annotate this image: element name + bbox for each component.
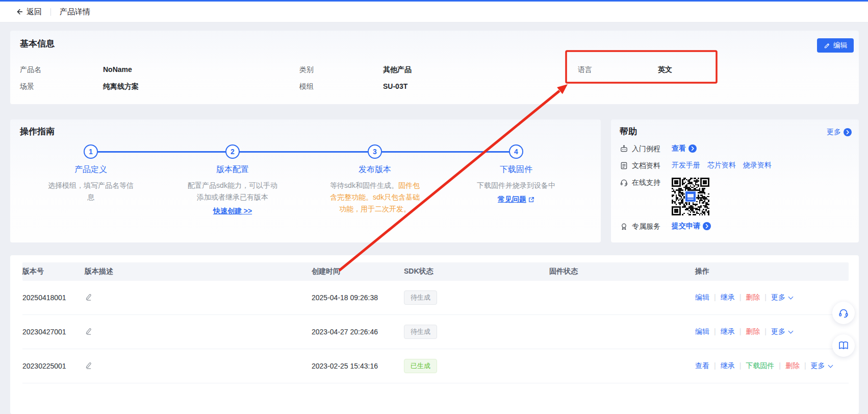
basic-info-title: 基本信息 — [20, 38, 55, 50]
table-row: 20230427001 2023-04-27 20:26:46 待生成 编辑|继… — [22, 315, 849, 349]
col-sdk-status: SDK状态 — [404, 267, 549, 276]
guide-card: 操作指南 1 2 3 4 产品定义 选择模组，填写产品名等信息 版本配置 配置产… — [10, 119, 601, 242]
divider — [50, 8, 51, 16]
col-created: 创建时间 — [312, 267, 404, 276]
action-more[interactable]: 更多 — [771, 293, 793, 301]
chevron-down-icon — [788, 295, 793, 300]
product-name-value: NoName — [103, 65, 132, 74]
edit-button-label: 编辑 — [833, 41, 847, 50]
burn-docs-link[interactable]: 烧录资料 — [743, 161, 772, 170]
help-card: 帮助 更多 入门例程 查看 文档资料 开发手册 芯片资料 烧录资料 — [611, 119, 859, 242]
step-title: 发布版本 — [324, 164, 426, 175]
step-desc: 下载固件并烧录到设备中 — [471, 180, 561, 191]
circle-arrow-icon — [844, 128, 852, 136]
actions-cell: 编辑|继承|删除|更多 — [695, 327, 849, 336]
sdk-status-badge: 待生成 — [404, 290, 437, 305]
step-download-firmware: 下载固件 下载固件并烧录到设备中 常见问题 — [465, 164, 567, 204]
product-detail-page: 返回 产品详情 基本信息 编辑 产品名 NoName 类别 其他产品 语言 英文… — [0, 0, 868, 414]
action-delete[interactable]: 删除 — [785, 361, 800, 370]
edit-description-icon[interactable] — [85, 327, 92, 335]
help-row-support: 在线支持 — [620, 178, 850, 215]
table-row: 20230225001 2023-02-25 15:43:16 已生成 查看|继… — [22, 349, 849, 383]
step-title: 版本配置 — [182, 164, 284, 175]
page-title: 产品详情 — [60, 7, 90, 17]
action-separator: | — [764, 327, 767, 335]
created-cell: 2025-04-18 09:26:38 — [312, 294, 404, 302]
help-more-link[interactable]: 更多 — [827, 128, 852, 137]
help-row-examples: 入门例程 查看 — [620, 144, 850, 154]
product-name-label: 产品名 — [20, 65, 41, 75]
circle-arrow-icon — [688, 144, 697, 153]
category-label: 类别 — [299, 65, 314, 75]
help-row-label: 专属服务 — [632, 222, 672, 231]
col-firmware-status: 固件状态 — [549, 267, 695, 276]
robot-icon — [620, 144, 628, 153]
help-row-label: 在线支持 — [632, 178, 672, 187]
action-inherit[interactable]: 继承 — [721, 327, 735, 335]
action-download-firmware[interactable]: 下载固件 — [746, 361, 774, 370]
headset-icon — [620, 178, 628, 187]
action-view[interactable]: 查看 — [695, 361, 709, 370]
edit-description-icon[interactable] — [85, 361, 92, 369]
col-version: 版本号 — [22, 267, 85, 276]
col-description: 版本描述 — [85, 267, 312, 276]
stepper-line — [91, 151, 516, 153]
action-separator: | — [714, 361, 716, 370]
edit-description-icon[interactable] — [85, 293, 92, 301]
step-desc: 配置产品sdk能力，可以手动添加或者继承已有版本 — [188, 180, 277, 203]
category-value: 其他产品 — [383, 65, 412, 75]
submit-request-link[interactable]: 提交申请 — [672, 222, 711, 231]
quick-create-link[interactable]: 快速创建 >> — [213, 207, 252, 216]
view-examples-link[interactable]: 查看 — [672, 144, 697, 153]
back-button[interactable]: 返回 — [15, 7, 42, 17]
action-inherit[interactable]: 继承 — [721, 293, 735, 301]
action-separator: | — [779, 361, 781, 370]
step-circle-3: 3 — [368, 144, 382, 159]
chip-docs-link[interactable]: 芯片资料 — [707, 161, 736, 170]
module-label: 模组 — [299, 82, 314, 91]
step-product-define: 产品定义 选择模组，填写产品名等信息 — [40, 164, 142, 203]
scene-label: 场景 — [20, 82, 34, 91]
action-more[interactable]: 更多 — [771, 327, 793, 335]
action-more[interactable]: 更多 — [811, 361, 832, 370]
col-actions: 操作 — [695, 267, 849, 276]
created-cell: 2023-04-27 20:26:46 — [312, 328, 404, 336]
help-row-docs: 文档资料 开发手册 芯片资料 烧录资料 — [620, 161, 850, 171]
dev-manual-link[interactable]: 开发手册 — [672, 161, 700, 170]
action-separator: | — [739, 293, 742, 301]
pencil-icon — [824, 42, 830, 49]
action-separator: | — [714, 293, 716, 301]
external-link-icon — [528, 197, 534, 203]
action-delete[interactable]: 删除 — [746, 327, 760, 335]
back-label: 返回 — [27, 7, 42, 17]
sdk-status-badge: 待生成 — [404, 325, 437, 339]
action-edit[interactable]: 编辑 — [695, 293, 709, 301]
version-cell: 20250418001 — [22, 294, 85, 302]
action-inherit[interactable]: 继承 — [721, 361, 735, 370]
document-icon — [620, 161, 628, 170]
version-cell: 20230225001 — [22, 362, 85, 370]
faq-link[interactable]: 常见问题 — [498, 195, 534, 204]
step-desc: 等待sdk和固件生成。固件包含完整功能。sdk只包含基础功能，用于二次开发。 — [330, 180, 420, 215]
help-row-service: 专属服务 提交申请 — [620, 222, 850, 231]
actions-cell: 编辑|继承|删除|更多 — [695, 293, 849, 302]
badge-icon — [620, 222, 628, 231]
circle-arrow-icon — [703, 222, 711, 230]
docs-float-button[interactable] — [832, 334, 855, 357]
step-circle-4: 4 — [509, 144, 523, 159]
chevron-down-icon — [828, 363, 833, 368]
module-value: SU-03T — [383, 82, 407, 90]
action-separator: | — [739, 361, 742, 370]
action-delete[interactable]: 删除 — [746, 293, 760, 301]
step-circle-1: 1 — [84, 144, 98, 159]
versions-table-card: 版本号 版本描述 创建时间 SDK状态 固件状态 操作 20250418001 … — [10, 255, 859, 414]
chevron-down-icon — [788, 329, 793, 334]
step-circle-2: 2 — [225, 144, 240, 159]
support-float-button[interactable] — [832, 302, 855, 324]
step-title: 产品定义 — [40, 164, 142, 175]
scene-value: 纯离线方案 — [103, 82, 139, 91]
edit-button[interactable]: 编辑 — [817, 38, 854, 53]
action-edit[interactable]: 编辑 — [695, 327, 709, 335]
step-release-version: 发布版本 等待sdk和固件生成。固件包含完整功能。sdk只包含基础功能，用于二次… — [324, 164, 426, 215]
action-separator: | — [739, 327, 742, 335]
